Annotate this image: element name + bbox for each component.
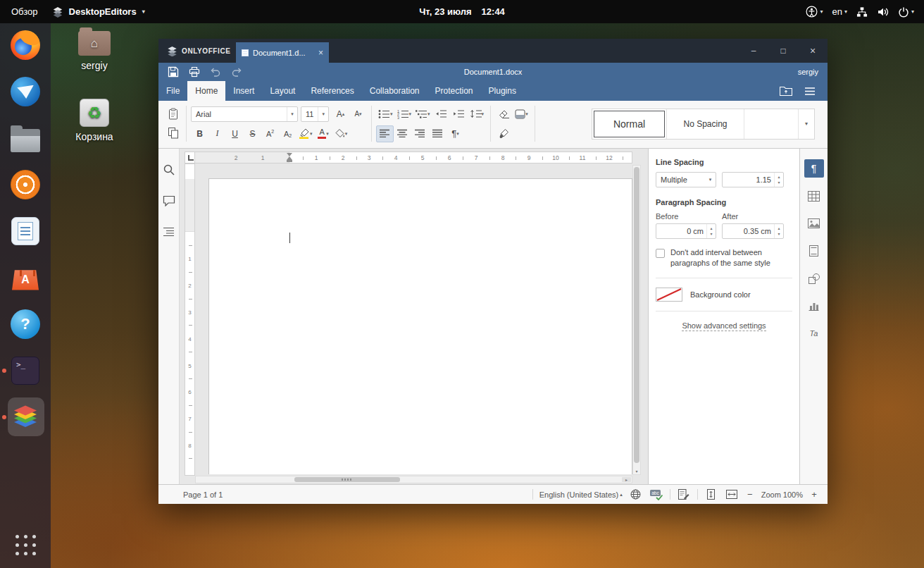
text-art-settings-button[interactable]: Ta [804,324,824,342]
align-center-button[interactable] [394,125,411,142]
align-left-button[interactable] [376,125,394,142]
spin-down-icon[interactable]: ▾ [778,231,780,237]
clear-style-button[interactable] [495,106,513,123]
caret-down-icon[interactable]: ▾ [287,107,297,121]
dock-item-onlyoffice[interactable] [0,401,51,433]
show-advanced-settings-link[interactable]: Show advanced settings [682,321,766,331]
highlight-color-button[interactable]: ▾ [296,125,315,142]
horizontal-scrollbar[interactable]: ▸ [195,476,632,483]
dock-item-terminal[interactable]: >_ [0,354,51,387]
superscript-button[interactable]: A2 [261,125,279,142]
tab-collaboration[interactable]: Collaboration [362,81,427,101]
style-no-spacing[interactable]: No Spacing [667,109,744,139]
fit-page-button[interactable] [704,488,718,502]
horizontal-scroll-thumb[interactable] [294,477,400,482]
document-language-button[interactable]: English (United States) ▴ [539,490,623,499]
zoom-in-button[interactable]: + [809,489,819,500]
underline-button[interactable]: U [226,125,244,142]
power-menu[interactable]: ▾ [898,6,914,18]
bullets-button[interactable]: ▾ [376,106,395,123]
zoom-out-button[interactable]: − [745,489,755,500]
font-color-button[interactable]: A ▾ [315,125,332,142]
spin-up-icon[interactable]: ▴ [778,174,780,180]
tab-plugins[interactable]: Plugins [481,81,524,101]
set-language-globe-button[interactable] [629,488,643,502]
document-page[interactable] [208,178,632,474]
accessibility-menu[interactable]: ▾ [806,6,823,18]
document-tab[interactable]: Document1.d... × [236,42,329,63]
numbering-button[interactable]: 123 ▾ [395,106,414,123]
spacing-after-spinner[interactable]: 0.35 cm ▴▾ [722,223,784,239]
maximize-button[interactable]: □ [768,39,798,63]
shape-settings-button[interactable] [804,269,824,288]
undo-button[interactable] [206,65,225,80]
line-spacing-spinner[interactable]: 1.15 ▴▾ [722,172,784,187]
bold-button[interactable]: B [191,125,208,142]
spin-down-icon[interactable]: ▾ [778,180,780,185]
spell-check-button[interactable]: abc [649,488,663,502]
search-button[interactable] [161,161,177,178]
background-color-swatch[interactable] [656,288,682,302]
align-right-button[interactable] [411,125,429,142]
tab-insert[interactable]: Insert [225,81,262,101]
desktop-icon-home[interactable]: ⌂ sergiy [66,31,123,71]
tab-close-icon[interactable]: × [318,48,323,58]
tab-references[interactable]: References [303,81,361,101]
tab-file[interactable]: File [158,81,187,101]
multilevel-list-button[interactable]: ▾ [413,106,432,123]
activities-button[interactable]: Обзор [11,6,38,17]
fit-width-button[interactable] [725,488,739,502]
dock-item-firefox[interactable] [0,29,51,61]
table-settings-button[interactable] [804,187,824,205]
dock-item-files[interactable] [0,122,51,154]
paste-button[interactable] [164,106,182,123]
style-normal[interactable]: Normal [592,109,667,139]
window-close-button[interactable]: × [798,39,828,63]
nonprinting-characters-button[interactable]: ¶ ▾ [447,125,464,142]
spin-up-icon[interactable]: ▴ [710,226,712,231]
dock-item-software[interactable]: A [0,261,51,294]
copy-button[interactable] [164,125,182,142]
paragraph-fill-button[interactable]: ▾ [332,125,350,142]
italic-button[interactable]: I [208,125,226,142]
dock-item-rhythmbox[interactable] [0,168,51,201]
left-indent-marker[interactable] [287,160,292,162]
vertical-scroll-thumb[interactable] [634,167,639,463]
spin-up-icon[interactable]: ▴ [778,226,780,231]
styles-gallery-expand-button[interactable]: ▾ [798,109,814,139]
chart-settings-button[interactable] [804,297,824,315]
network-icon[interactable] [856,6,868,18]
redo-button[interactable] [227,65,246,80]
clock[interactable]: Чт, 23 июля 12:44 [419,6,505,17]
increase-indent-button[interactable] [450,106,468,123]
track-changes-button[interactable] [677,488,691,502]
minimize-button[interactable]: – [739,39,768,63]
header-footer-settings-button[interactable] [804,242,824,260]
style-cell-empty[interactable] [744,109,798,139]
subscript-button[interactable]: A2 [279,125,296,142]
copy-style-button[interactable] [495,125,513,142]
tab-layout[interactable]: Layout [262,81,303,101]
dock-item-thunderbird[interactable] [0,75,51,108]
line-spacing-select[interactable]: Multiple ▾ [656,172,716,187]
print-button[interactable] [185,65,204,80]
comments-button[interactable] [161,192,177,209]
image-settings-button[interactable] [804,214,824,233]
navigation-headings-button[interactable] [161,223,177,240]
paragraph-settings-button[interactable]: ¶ [804,159,824,178]
caret-down-icon[interactable]: ▾ [318,107,328,121]
font-size-combo[interactable]: 11 ▾ [301,106,329,122]
paragraph-shading-button[interactable]: ▾ [513,106,530,123]
save-button[interactable] [163,65,182,80]
desktop-icon-trash[interactable]: ♻ Корзина [66,99,123,142]
interval-checkbox[interactable] [656,249,665,258]
dock-item-writer[interactable] [0,215,51,247]
tab-protection[interactable]: Protection [427,81,481,101]
volume-icon[interactable] [877,6,889,18]
dock-item-help[interactable]: ? [0,308,51,340]
window-titlebar[interactable]: ONLYOFFICE Document1.d... × – □ × [158,39,828,63]
show-applications-button[interactable] [0,523,51,555]
scroll-down-button[interactable]: ▾ [633,469,640,474]
tab-stop-selector[interactable] [185,152,195,163]
scroll-right-button[interactable]: ▸ [622,477,631,482]
